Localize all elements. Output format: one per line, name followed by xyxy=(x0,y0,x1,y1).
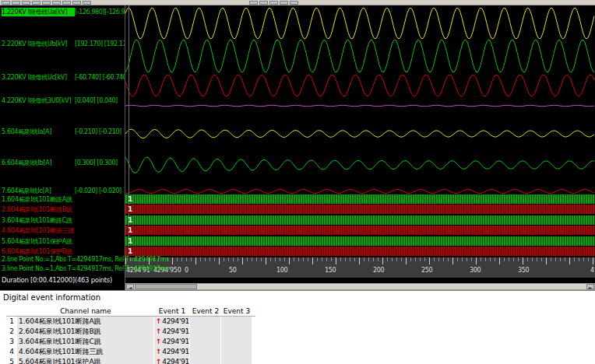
rising-edge-arrow-icon: ↑ xyxy=(156,338,161,345)
analog-channel-label-6[interactable]: 6.604柘泉Ⅰ线Ib[A][0.300] [0.300] xyxy=(2,159,125,167)
time-tick-label: 250 xyxy=(421,267,432,274)
rising-edge-arrow-icon: ↑ xyxy=(156,317,161,325)
digital-channel-label-1[interactable]: 1.604柘泉Ⅰ线101断路A跳 xyxy=(2,195,125,205)
analog-channel-label-4[interactable]: 4.220KV Ⅰ段母线3U0[kV][0.040] [0.040] xyxy=(2,96,125,105)
event-3-cell xyxy=(221,337,252,348)
digital-state-value: 1 xyxy=(128,247,132,256)
channel-cursor-values: [0.040] [0.040] xyxy=(75,96,118,105)
toolbar-button[interactable] xyxy=(62,1,71,5)
channel-cursor-values: [0.300] [0.300] xyxy=(75,159,118,167)
channel-cursor-values: [-126.980][-126.980] xyxy=(75,8,125,16)
digital-event-panel: Digital event information Channel nameEv… xyxy=(0,290,595,364)
rising-edge-arrow-icon: ↑ xyxy=(156,358,161,364)
channel-name: 1.220KV Ⅰ段母线Ua[kV] xyxy=(2,8,75,16)
time-tick-label: 4 xyxy=(590,267,594,274)
toolbar-button[interactable] xyxy=(72,1,81,5)
cursor-status-line-2: 2.line Point No.=1,Abs T=4294917ms, Rel … xyxy=(2,256,196,263)
horizontal-scrollbar[interactable]: ◄ ► xyxy=(125,283,595,290)
event-1-cell: ↑4294'917 ms xyxy=(154,317,190,327)
digital-channel-label-4[interactable]: 4.604柘泉Ⅰ线101断路三跳 xyxy=(2,226,125,236)
event-3-cell xyxy=(221,347,252,358)
event-2-cell xyxy=(190,357,221,364)
toolbar-button[interactable] xyxy=(269,1,278,5)
duration-label: Duration [0:00.412000](463 points) xyxy=(2,276,157,284)
analog-waveforms-svg xyxy=(125,5,595,194)
channel-cursor-values: [-0.020] [-0.020] xyxy=(75,187,121,195)
event-table-row[interactable]: 22.604柘泉Ⅰ线101断路B跳↑4294'917 ms xyxy=(6,327,255,337)
toolbar-button[interactable] xyxy=(42,1,51,5)
waveform-trace-6 xyxy=(125,157,594,173)
waveform-trace-1 xyxy=(125,8,594,39)
channel-name: 4.220KV Ⅰ段母线3U0[kV] xyxy=(2,96,75,105)
time-tick-label: 350 xyxy=(518,267,529,274)
event-channel-name: 1.604柘泉Ⅰ线101断路A跳 xyxy=(17,317,154,327)
event-3-cell xyxy=(221,357,252,364)
toolbar xyxy=(0,0,595,5)
event-1-cell: ↑4294'917 ms xyxy=(154,357,190,364)
toolbar-button[interactable] xyxy=(22,1,30,5)
waveform-panel: 1.220KV Ⅰ段母线Ua[kV][-126.980][-126.980]2.… xyxy=(0,5,595,290)
scroll-left-button[interactable]: ◄ xyxy=(126,284,134,289)
analog-channel-label-5[interactable]: 5.604柘泉Ⅰ线Ia[A][-0.210] [-0.210] xyxy=(2,128,125,136)
channel-label-column: 1.220KV Ⅰ段母线Ua[kV][-126.980][-126.980]2.… xyxy=(0,5,125,290)
digital-channel-label-3[interactable]: 3.604柘泉Ⅰ线101断路C跳 xyxy=(2,216,125,226)
column-header: Event 2 xyxy=(190,306,221,316)
event-2-cell xyxy=(190,347,221,358)
toolbar-button[interactable] xyxy=(32,1,40,5)
waveform-trace-2 xyxy=(125,40,594,72)
digital-state-value: 1 xyxy=(128,236,132,246)
digital-trace-1: 1 xyxy=(125,194,595,204)
channel-name: 7.604柘泉Ⅰ线Ic[A] xyxy=(2,187,75,195)
row-number: 1 xyxy=(6,317,17,327)
channel-name: 6.604柘泉Ⅰ线Ib[A] xyxy=(2,159,75,167)
toolbar-button[interactable] xyxy=(2,1,10,5)
scroll-right-button[interactable]: ► xyxy=(586,284,594,289)
time-tick-label: 200 xyxy=(373,267,384,274)
toolbar-button[interactable] xyxy=(52,1,61,5)
digital-channel-label-2[interactable]: 2.604柘泉Ⅰ线101断路B跳 xyxy=(2,205,125,215)
analog-channel-label-7[interactable]: 7.604柘泉Ⅰ线Ic[A][-0.020] [-0.020] xyxy=(2,187,125,195)
event-table-row[interactable]: 44.604柘泉Ⅰ线101断路三跳↑4294'917 ms xyxy=(6,347,255,357)
scrollbar-thumb[interactable] xyxy=(135,284,197,289)
toolbar-button[interactable] xyxy=(280,1,288,5)
channel-cursor-values: [192.170] [192.170] xyxy=(75,40,125,48)
digital-trace-2: 1 xyxy=(125,205,595,214)
event-table-row[interactable]: 33.604柘泉Ⅰ线101断路C跳↑4294'917 ms xyxy=(6,337,255,347)
toolbar-button[interactable] xyxy=(249,1,258,5)
analog-channel-label-2[interactable]: 2.220KV Ⅰ段母线Ub[kV][192.170] [192.170] xyxy=(2,40,125,48)
event-2-cell xyxy=(190,327,221,338)
toolbar-button[interactable] xyxy=(259,1,268,5)
column-header: Event 1 xyxy=(154,306,190,316)
digital-state-value: 1 xyxy=(128,226,132,235)
event-1-cell: ↑4294'917 ms xyxy=(154,327,190,338)
event-table-row[interactable]: 11.604柘泉Ⅰ线101断路A跳↑4294'917 ms xyxy=(6,317,255,327)
row-number: 5 xyxy=(6,357,17,364)
event-2-cell xyxy=(190,337,221,348)
waveform-trace-4 xyxy=(125,105,594,106)
digital-trace-5: 1 xyxy=(125,236,595,246)
time-tick-label: 150 xyxy=(325,267,336,274)
toolbar-button[interactable] xyxy=(290,1,298,5)
analog-channel-label-3[interactable]: 3.220KV Ⅰ段母线Uc[kV][-60.740] [-60.740] xyxy=(2,73,125,82)
event-table-row[interactable]: 55.604柘泉Ⅰ线101保护A跳↑4294'917 ms xyxy=(6,357,255,364)
plot-area[interactable]: 111111 4294'914294'950050100150200250300… xyxy=(125,5,595,290)
column-header: Event 3 xyxy=(221,306,252,316)
event-channel-name: 2.604柘泉Ⅰ线101断路B跳 xyxy=(17,327,154,338)
event-channel-name: 5.604柘泉Ⅰ线101保护A跳 xyxy=(17,357,154,364)
rising-edge-arrow-icon: ↑ xyxy=(156,327,161,335)
waveform-trace-3 xyxy=(125,75,594,96)
digital-trace-3: 1 xyxy=(125,215,595,225)
toolbar-button[interactable] xyxy=(12,1,20,5)
toolbar-button[interactable] xyxy=(83,1,91,5)
time-tick-label: 300 xyxy=(470,267,481,274)
header-gutter xyxy=(6,306,17,316)
channel-cursor-values: [-0.210] [-0.210] xyxy=(75,128,121,136)
cursor-status-line-3: 3.line Point No.=1,Abs T=4294917ms, Rel … xyxy=(2,265,196,272)
event-channel-name: 4.604柘泉Ⅰ线101断路三跳 xyxy=(17,347,154,358)
channel-name: 2.220KV Ⅰ段母线Ub[kV] xyxy=(2,40,75,48)
digital-channel-label-5[interactable]: 5.604柘泉Ⅰ线101保护A跳 xyxy=(2,237,125,247)
event-2-cell xyxy=(190,317,221,327)
analog-channel-label-1[interactable]: 1.220KV Ⅰ段母线Ua[kV][-126.980][-126.980] xyxy=(2,8,125,16)
digital-trace-6: 1 xyxy=(125,247,595,256)
event-3-cell xyxy=(221,327,252,338)
